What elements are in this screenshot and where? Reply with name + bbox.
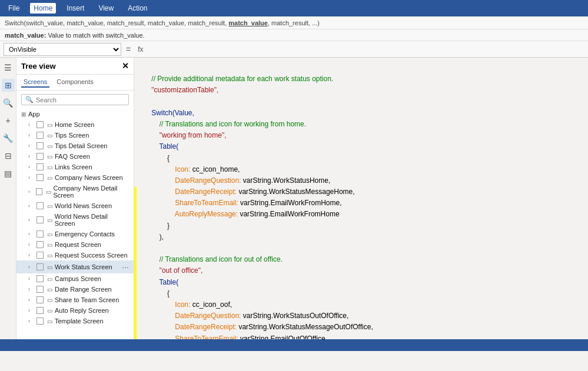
code-line: Icon: cc_icon_home, bbox=[144, 165, 240, 173]
screen-icon: ▭ bbox=[47, 153, 52, 160]
code-line: Icon: cc_icon_oof, bbox=[144, 300, 232, 309]
checkbox-icon bbox=[36, 252, 44, 259]
screen-icon: ▭ bbox=[47, 242, 52, 248]
code-line: DateRangeQuestion: varString.WorkStatusO… bbox=[144, 312, 348, 320]
tree-item-auto-reply-screen[interactable]: › ▭ Auto Reply Screen bbox=[16, 305, 134, 316]
formula-bar: OnVisible = fx bbox=[0, 41, 588, 58]
code-line: ShareToTeamEmail: varString.EmailWorkFro… bbox=[144, 199, 342, 207]
tree-item-label: Campus Screen bbox=[55, 275, 101, 282]
checkbox-icon bbox=[36, 174, 44, 181]
tree-item-request-screen[interactable]: › ▭ Request Screen bbox=[16, 239, 134, 250]
menu-home[interactable]: Home bbox=[30, 3, 56, 14]
code-string: "customizationTable", bbox=[144, 86, 218, 94]
tree-item-faq-screen[interactable]: › ▭ FAQ Screen bbox=[16, 151, 134, 162]
chevron-icon: › bbox=[28, 308, 34, 313]
code-comment: // Provide additional metadata for each … bbox=[144, 75, 333, 83]
screen-icon: ▭ bbox=[47, 164, 52, 171]
tree-item-links-screen[interactable]: › ▭ Links Screen bbox=[16, 162, 134, 172]
tree-item-request-success-screen[interactable]: › ▭ Request Success Screen bbox=[16, 250, 134, 260]
tree-item-tips-screen[interactable]: › ▭ Tips Screen bbox=[16, 130, 134, 141]
tree-item-label: Work Status Screen bbox=[55, 263, 112, 270]
tree-item-world-news-screen[interactable]: › ▭ World News Screen bbox=[16, 200, 134, 211]
checkbox-icon bbox=[36, 216, 44, 223]
formula-equals: = bbox=[124, 45, 133, 54]
tree-item-label: Auto Reply Screen bbox=[55, 307, 109, 314]
tree-search-box: 🔍 bbox=[21, 94, 129, 105]
code-string: "out of office", bbox=[144, 266, 202, 275]
code-plain: { bbox=[144, 289, 170, 298]
formula-fx-icon: fx bbox=[135, 45, 145, 54]
formula-scope-select[interactable]: OnVisible bbox=[4, 43, 121, 56]
screen-icon: ▭ bbox=[47, 143, 52, 149]
sidebar-icon-add[interactable]: + bbox=[2, 114, 15, 127]
tab-screens[interactable]: Screens bbox=[21, 77, 49, 88]
tree-item-tips-detail-screen[interactable]: › ▭ Tips Detail Screen bbox=[16, 141, 134, 151]
yellow-highlight-bar bbox=[134, 187, 137, 339]
sidebar-icon-hamburger[interactable]: ☰ bbox=[2, 61, 15, 74]
screen-icon: ▭ bbox=[47, 132, 52, 139]
sidebar-icon-media[interactable]: ▤ bbox=[2, 167, 15, 180]
tree-item-campus-screen[interactable]: › ▭ Campus Screen bbox=[16, 273, 134, 284]
sidebar-icon-data[interactable]: ⊟ bbox=[2, 149, 15, 162]
tree-item-label: Template Screen bbox=[55, 317, 104, 325]
screen-icon: ▭ bbox=[47, 231, 52, 238]
chevron-icon: › bbox=[28, 122, 34, 128]
formula-hint-row: Switch(switch_value, match_value, match_… bbox=[0, 16, 588, 29]
screen-icon: ▭ bbox=[47, 122, 52, 128]
checkbox-icon bbox=[36, 286, 44, 293]
code-scroll-area[interactable]: // Provide additional metadata for each … bbox=[134, 58, 588, 339]
search-input[interactable] bbox=[36, 96, 125, 103]
checkbox-icon bbox=[36, 202, 44, 209]
code-line: AutoReplyMessage: varString.EmailWorkFro… bbox=[144, 210, 340, 218]
chevron-icon: › bbox=[28, 318, 34, 324]
code-line: DateRangeReceipt: varString.WorkStatusMe… bbox=[144, 188, 355, 196]
search-icon: 🔍 bbox=[25, 96, 34, 103]
tree-item-world-news-detail-screen[interactable]: › ▭ World News Detail Screen bbox=[16, 211, 134, 229]
formula-param-bold: match_value: bbox=[5, 32, 46, 39]
code-func: Switch(Value, bbox=[144, 109, 194, 117]
tree-item-home-screen[interactable]: › ▭ Home Screen bbox=[16, 119, 134, 130]
code-line: DateRangeReceipt: varString.WorkStatusMe… bbox=[144, 323, 373, 331]
tree-panel-close[interactable]: ✕ bbox=[122, 61, 129, 71]
checkbox-icon bbox=[36, 142, 44, 149]
chevron-icon: › bbox=[28, 286, 34, 292]
app-icon: ⊞ bbox=[21, 111, 26, 118]
tree-item-emergency-contacts[interactable]: › ▭ Emergency Contacts bbox=[16, 229, 134, 239]
tree-item-label: Company News Detail Screen bbox=[54, 185, 129, 199]
code-plain: ), bbox=[144, 233, 164, 241]
chevron-icon: › bbox=[28, 217, 34, 223]
screen-icon: ▭ bbox=[46, 189, 51, 195]
menu-bar: File Home Insert View Action bbox=[0, 0, 588, 16]
code-editor[interactable]: // Provide additional metadata for each … bbox=[134, 58, 588, 339]
tree-item-app[interactable]: ⊞ App bbox=[16, 109, 134, 119]
chevron-icon: › bbox=[28, 264, 34, 270]
tab-components[interactable]: Components bbox=[54, 77, 95, 88]
chevron-icon: › bbox=[28, 297, 34, 303]
sidebar-icon-search[interactable]: 🔍 bbox=[2, 96, 15, 109]
checkbox-icon bbox=[36, 163, 44, 171]
checkbox-icon bbox=[36, 263, 44, 270]
context-menu-dots[interactable]: ··· bbox=[122, 262, 129, 272]
tree-item-share-to-team-screen[interactable]: › ▭ Share to Team Screen bbox=[16, 295, 134, 305]
chevron-icon: › bbox=[28, 189, 34, 195]
tree-item-label: Tips Detail Screen bbox=[55, 142, 107, 149]
tree-item-company-news-screen[interactable]: › ▭ Company News Screen bbox=[16, 172, 134, 183]
tree-item-work-status-screen[interactable]: › ▭ Work Status Screen ··· bbox=[16, 260, 134, 273]
menu-insert[interactable]: Insert bbox=[63, 3, 88, 14]
formula-desc-row: match_value: Value to match with switch_… bbox=[0, 29, 588, 41]
menu-action[interactable]: Action bbox=[124, 3, 151, 14]
chevron-icon: › bbox=[28, 203, 34, 209]
code-comment: // Translations and icon for working fro… bbox=[144, 120, 306, 128]
tree-item-date-range-screen[interactable]: › ▭ Date Range Screen bbox=[16, 284, 134, 295]
menu-file[interactable]: File bbox=[5, 3, 23, 14]
tree-item-template-screen[interactable]: › ▭ Template Screen bbox=[16, 316, 134, 326]
sidebar-icons: ☰ ⊞ 🔍 + 🔧 ⊟ ▤ bbox=[0, 58, 16, 339]
tree-item-company-news-detail-screen[interactable]: › ▭ Company News Detail Screen bbox=[16, 183, 134, 200]
sidebar-icon-tree[interactable]: ⊞ bbox=[2, 79, 15, 92]
checkbox-icon bbox=[36, 153, 44, 160]
code-line: ShareToTeamEmail: varString.EmailOutOfOf… bbox=[144, 335, 327, 340]
sidebar-icon-tools[interactable]: 🔧 bbox=[2, 132, 15, 145]
chevron-icon: › bbox=[28, 164, 34, 170]
checkbox-icon bbox=[36, 230, 44, 238]
menu-view[interactable]: View bbox=[95, 3, 117, 14]
